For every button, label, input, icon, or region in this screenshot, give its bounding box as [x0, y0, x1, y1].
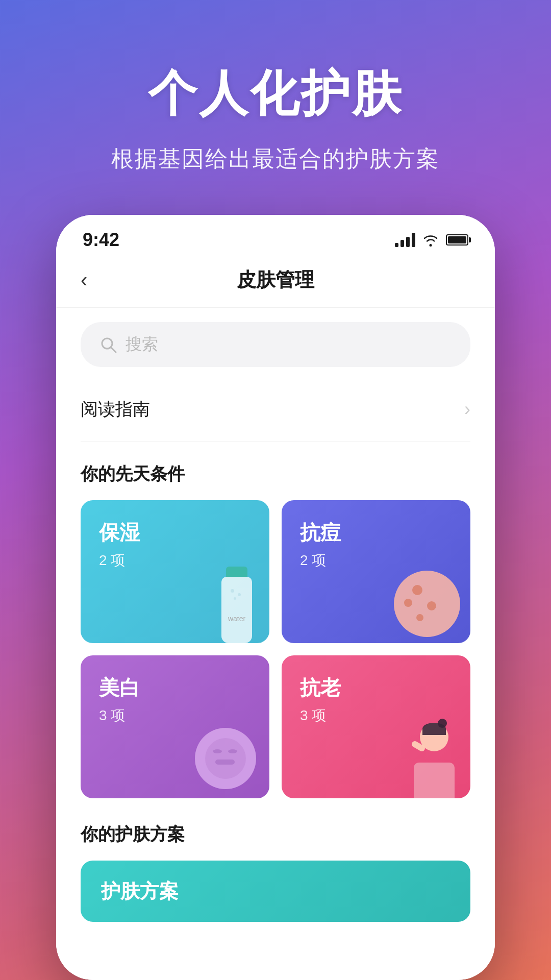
acne-card-count: 2 项 — [300, 551, 452, 570]
acne-face-illustration — [394, 571, 460, 637]
moisture-card-title: 保湿 — [99, 519, 251, 547]
moisture-card[interactable]: 保湿 2 项 water — [81, 500, 269, 643]
acne-card[interactable]: 抗痘 2 项 — [282, 500, 470, 643]
cards-grid: 保湿 2 项 water — [81, 500, 470, 798]
wifi-icon — [422, 233, 439, 247]
search-input[interactable]: 搜索 — [126, 333, 158, 356]
back-button[interactable]: ‹ — [81, 268, 87, 291]
hero-subtitle: 根据基因给出最适合的护肤方案 — [31, 144, 520, 174]
content-area: 搜索 阅读指南 › 你的先天条件 保湿 2 项 water — [56, 308, 495, 980]
guide-row[interactable]: 阅读指南 › — [81, 389, 470, 442]
svg-line-1 — [111, 347, 116, 352]
search-bar[interactable]: 搜索 — [81, 322, 470, 367]
chevron-right-icon: › — [464, 399, 470, 420]
innate-section-title: 你的先天条件 — [81, 462, 470, 486]
antiaging-card-title: 抗老 — [300, 674, 452, 702]
skincare-card-title: 护肤方案 — [101, 878, 179, 904]
status-bar: 9:42 — [56, 215, 495, 255]
page-title: 皮肤管理 — [237, 267, 314, 293]
phone-mockup: 9:42 ‹ 皮肤管理 — [56, 215, 495, 980]
whitening-card-title: 美白 — [99, 674, 251, 702]
status-time: 9:42 — [83, 229, 119, 251]
hero-title: 个人化护肤 — [31, 61, 520, 128]
skincare-section-title: 你的护肤方案 — [81, 823, 470, 846]
skincare-card[interactable]: 护肤方案 — [81, 861, 470, 922]
antiaging-card[interactable]: 抗老 3 项 — [282, 655, 470, 798]
mask-illustration — [190, 723, 261, 794]
nav-bar: ‹ 皮肤管理 — [56, 255, 495, 308]
acne-card-title: 抗痘 — [300, 519, 452, 547]
guide-label: 阅读指南 — [81, 398, 150, 421]
hero-section: 个人化护肤 根据基因给出最适合的护肤方案 — [0, 0, 551, 215]
skincare-section: 你的护肤方案 护肤方案 — [81, 823, 470, 922]
battery-icon — [446, 234, 468, 246]
bottle-illustration: water — [216, 567, 257, 643]
status-icons — [395, 233, 468, 247]
person-illustration — [406, 717, 462, 798]
innate-section: 你的先天条件 保湿 2 项 water — [81, 462, 470, 798]
search-icon — [99, 335, 117, 354]
whitening-card[interactable]: 美白 3 项 — [81, 655, 269, 798]
signal-icon — [395, 233, 415, 247]
